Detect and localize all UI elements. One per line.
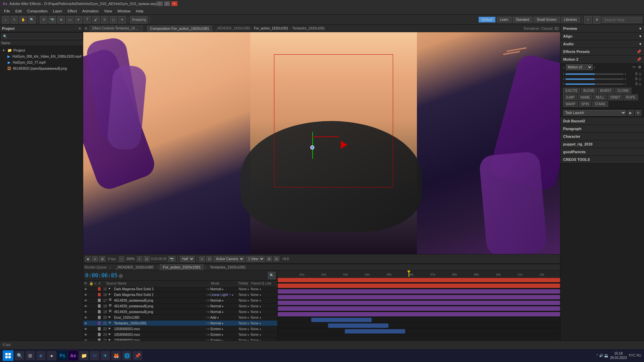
minimize-button[interactable]: ─: [157, 1, 163, 6]
snapshot-button[interactable]: 📷: [168, 256, 175, 261]
layer-trkmat-21[interactable]: None ▾: [237, 321, 251, 325]
layer-parent-15[interactable]: None ▾: [251, 287, 277, 291]
motion2-rope-btn[interactable]: ROPE: [624, 95, 638, 100]
zoom-tool[interactable]: 🔍: [28, 16, 36, 23]
preview-header[interactable]: Preview ▾: [560, 25, 644, 32]
layer-parent-16[interactable]: None ▾: [251, 293, 277, 297]
fit-button[interactable]: ⊡: [144, 256, 150, 261]
layer-parent-19[interactable]: None ▾: [251, 310, 277, 314]
motion2-spin-btn[interactable]: SPIN: [579, 101, 591, 107]
motion2-orbit-btn[interactable]: ORBIT: [608, 95, 623, 100]
layer-row[interactable]: 👁 16 ■ Dark Magenta-Red Solid 2 / fx Lin…: [83, 292, 277, 298]
layer-eye-23[interactable]: 👁: [83, 333, 88, 337]
track-bar-19[interactable]: [278, 301, 560, 305]
layer-mode-16[interactable]: Linear Light ~ ▾: [210, 293, 237, 297]
layer-parent-21[interactable]: None ▾: [251, 321, 277, 325]
motion2-excite-btn[interactable]: EXCITE: [563, 88, 580, 94]
viewport-grid[interactable]: ⊞: [99, 256, 105, 261]
camera-tool[interactable]: 📷: [49, 16, 56, 23]
clone-tool[interactable]: ⎘: [101, 16, 108, 23]
layer-mode-18[interactable]: Normal ▾: [210, 304, 237, 308]
layer-parent-22[interactable]: None ▾: [251, 327, 277, 331]
menu-animation[interactable]: Animation: [79, 8, 101, 14]
maximize-button[interactable]: □: [164, 1, 170, 6]
slider1-right-arrow[interactable]: ›: [625, 72, 626, 76]
track-bar-20[interactable]: [278, 306, 560, 311]
layer-trkmat-17[interactable]: None ▾: [237, 299, 251, 302]
layer-eye-22[interactable]: 👁: [83, 327, 88, 331]
motion2-clone-btn[interactable]: CLONE: [615, 88, 631, 94]
workspace-small-screen[interactable]: Small Screen: [534, 17, 559, 22]
layer-eye-20[interactable]: 👁: [83, 316, 88, 319]
layer-name-15[interactable]: Dark Magenta-Red Solid 3: [113, 287, 205, 291]
tree-item-video1[interactable]: ▶ HotGym_006_khr_Video_EN_1080x1920.mp4: [0, 53, 83, 59]
track-bar-16[interactable]: [278, 284, 560, 288]
camera-select[interactable]: Active Camera: [214, 256, 245, 262]
layer-row[interactable]: 👁 21 ⊞ Tentacles_1920x1081 / fx Normal ▾…: [83, 320, 277, 326]
layer-parent-18[interactable]: None ▾: [251, 304, 277, 308]
layer-parent-23[interactable]: None ▾: [251, 333, 277, 337]
puppet-rig-header[interactable]: puppet_rig_2019: [560, 140, 644, 148]
motion2-preset-select[interactable]: Motion v2: [566, 64, 593, 70]
motion2-stare-btn[interactable]: STARE: [592, 101, 608, 107]
track-bar-18[interactable]: [278, 295, 560, 299]
motion2-blend-btn[interactable]: BLEND: [581, 88, 597, 94]
menu-composition[interactable]: Composition: [24, 8, 50, 14]
layer-trkmat-23[interactable]: None ▾: [237, 333, 251, 337]
sync-btn[interactable]: ⚙: [593, 16, 600, 23]
tree-item-image1[interactable]: 🖼 461483932 [преобразованный].png: [0, 65, 83, 71]
menu-view[interactable]: View: [101, 8, 115, 14]
app-icon-extra[interactable]: 📌: [133, 351, 142, 360]
region-of-interest[interactable]: ⊙: [199, 256, 205, 261]
workspace-default[interactable]: Default: [479, 17, 495, 22]
task-launch-btn[interactable]: ▶: [628, 110, 634, 116]
slider1-keyframe[interactable]: ◇: [639, 72, 641, 76]
close-button[interactable]: ✕: [171, 1, 177, 6]
timeline-playhead[interactable]: [409, 270, 409, 277]
telegram-icon[interactable]: ✈: [101, 351, 110, 360]
align-header[interactable]: Align ▾: [560, 33, 644, 40]
motion2-slider-3[interactable]: [566, 83, 623, 85]
snapping-btn[interactable]: Snapping: [130, 16, 148, 23]
tab-render[interactable]: _RENDER_1920x1080: [113, 264, 156, 270]
breadcrumb-for-action[interactable]: For_action_1920x1081: [254, 26, 288, 30]
layer-name-20[interactable]: Dust_1920x1080: [113, 316, 205, 319]
anchor-tool[interactable]: ⊕: [57, 16, 65, 23]
motion2-header[interactable]: Motion 2 📌: [560, 56, 644, 63]
text-tool[interactable]: T: [84, 16, 91, 23]
paragraph-header[interactable]: Paragraph: [560, 125, 644, 132]
layer-eye-19[interactable]: 👁: [83, 310, 88, 314]
layer-eye-16[interactable]: 👁: [83, 293, 88, 297]
start-button[interactable]: [3, 350, 13, 361]
slider2-keyframe[interactable]: ◇: [639, 77, 641, 81]
rotation-tool[interactable]: ↺: [40, 16, 47, 23]
tree-item-project[interactable]: ▾ 📁 Project: [0, 47, 83, 53]
duk-bassel-header[interactable]: Duk Bassel2: [560, 117, 644, 125]
hand-tool[interactable]: ✋: [19, 16, 27, 23]
menu-window[interactable]: Window: [115, 8, 133, 14]
slider2-left-arrow[interactable]: ‹: [563, 77, 564, 81]
layer-trkmat-15[interactable]: None ▾: [237, 287, 251, 291]
layer-eye-21[interactable]: 👁: [83, 321, 88, 325]
workspace-libraries[interactable]: Libraries: [561, 17, 580, 22]
eraser-tool[interactable]: ◻: [110, 16, 117, 23]
motion2-burst-btn[interactable]: BURST: [598, 88, 614, 94]
layer-name-22[interactable]: 1058068003.mov: [113, 327, 205, 331]
layer-name-23[interactable]: 1058068003.mov: [113, 333, 205, 337]
chevron-right-icon[interactable]: ›: [594, 65, 595, 69]
taskview-btn[interactable]: ⊞: [25, 351, 35, 360]
grid-overlay[interactable]: ⊟: [273, 256, 279, 261]
word-icon[interactable]: W: [90, 351, 99, 360]
photoshop-icon[interactable]: Ps: [58, 351, 67, 360]
layer-mode-23[interactable]: Screen ▾: [210, 333, 237, 337]
good-parents-header[interactable]: goodParents: [560, 148, 644, 156]
layer-row[interactable]: 👁 17 🖼 4614839_азованный].png / fx Norma…: [83, 298, 277, 303]
tab-tentacles[interactable]: Tentacles_1920x1081: [207, 264, 249, 270]
search-input[interactable]: [602, 17, 642, 23]
layer-eye-15[interactable]: 👁: [83, 287, 88, 291]
file-explorer-icon[interactable]: 📁: [79, 351, 89, 360]
track-bar-21[interactable]: [278, 312, 560, 316]
tab-for-action[interactable]: For_action_1920x1081: [160, 264, 204, 270]
workspace-learn[interactable]: Learn: [497, 17, 512, 22]
layer-eye-18[interactable]: 👁: [83, 304, 88, 308]
